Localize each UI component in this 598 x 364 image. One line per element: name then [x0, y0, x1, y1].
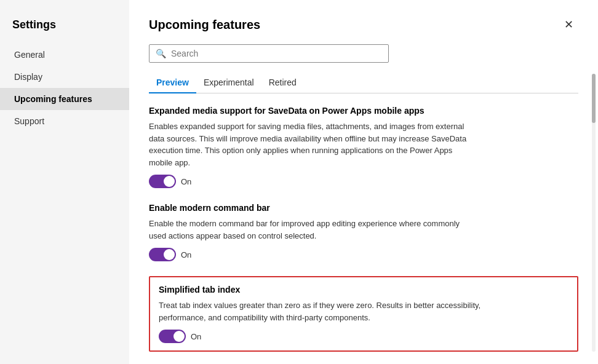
sidebar-item-display[interactable]: Display — [0, 66, 129, 88]
main-content: Upcoming features ✕ 🔍 Preview Experiment… — [129, 0, 598, 364]
toggle-simplified-tab-index[interactable] — [159, 330, 186, 343]
toggle-label-modern-command-bar: On — [181, 250, 191, 259]
toggle-label-simplified-tab-index: On — [191, 332, 201, 341]
tabs: Preview Experimental Retired — [149, 73, 578, 93]
tab-experimental[interactable]: Experimental — [196, 73, 261, 93]
feature-title-modern-command-bar: Enable modern command bar — [149, 203, 578, 213]
feature-section-simplified-tab-index: Simplified tab index Treat tab index val… — [149, 276, 578, 352]
sidebar-title: Settings — [0, 12, 129, 44]
toggle-expanded-media[interactable] — [149, 175, 176, 188]
dialog-title-row: Upcoming features ✕ — [149, 15, 578, 34]
search-icon: 🔍 — [156, 49, 166, 58]
sidebar: Settings General Display Upcoming featur… — [0, 0, 129, 364]
tab-preview[interactable]: Preview — [149, 73, 196, 93]
sidebar-item-support[interactable]: Support — [0, 110, 129, 132]
toggle-modern-command-bar[interactable] — [149, 248, 176, 261]
close-button[interactable]: ✕ — [559, 15, 578, 34]
feature-description-modern-command-bar: Enable the modern command bar for improv… — [149, 218, 475, 242]
toggle-label-expanded-media: On — [181, 177, 191, 186]
toggle-row-expanded-media: On — [149, 175, 578, 188]
sidebar-item-general[interactable]: General — [0, 44, 129, 66]
feature-title-simplified-tab-index: Simplified tab index — [159, 285, 568, 295]
search-input[interactable] — [171, 49, 382, 58]
app-container: Settings General Display Upcoming featur… — [0, 0, 598, 364]
feature-title-expanded-media: Expanded media support for SaveData on P… — [149, 106, 578, 116]
search-box: 🔍 — [149, 44, 389, 63]
feature-section-modern-command-bar: Enable modern command bar Enable the mod… — [149, 203, 578, 261]
tab-retired[interactable]: Retired — [261, 73, 304, 93]
scrollbar-track[interactable] — [592, 74, 596, 352]
dialog-title: Upcoming features — [149, 18, 260, 32]
toggle-row-modern-command-bar: On — [149, 248, 578, 261]
sidebar-item-upcoming-features[interactable]: Upcoming features — [0, 88, 129, 110]
scrollbar-thumb[interactable] — [592, 74, 596, 123]
feature-description-expanded-media: Enables expanded support for saving medi… — [149, 121, 475, 168]
feature-description-simplified-tab-index: Treat tab index values greater than zero… — [159, 299, 485, 323]
feature-section-expanded-media: Expanded media support for SaveData on P… — [149, 106, 578, 188]
toggle-row-simplified-tab-index: On — [159, 330, 568, 343]
